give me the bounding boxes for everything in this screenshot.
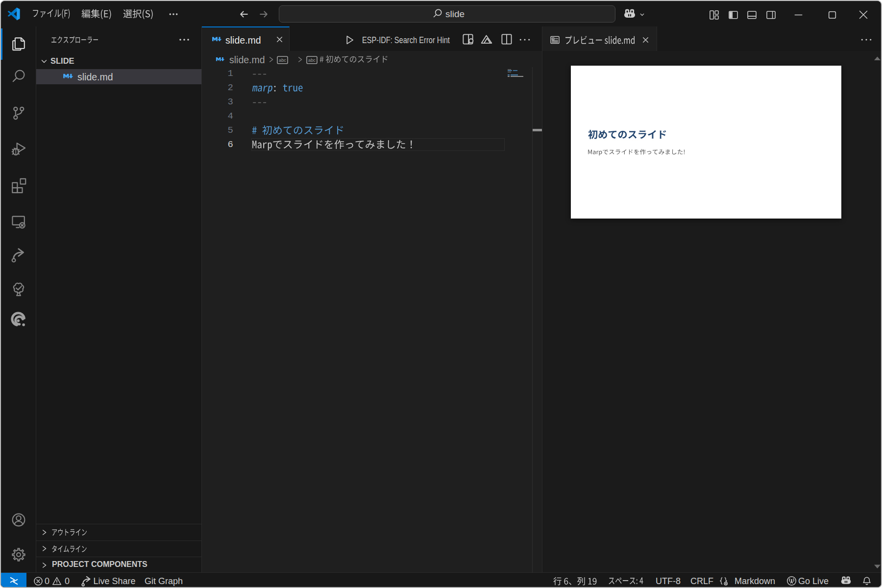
svg-text:abc: abc (279, 58, 286, 63)
svg-text:abc: abc (308, 58, 316, 63)
